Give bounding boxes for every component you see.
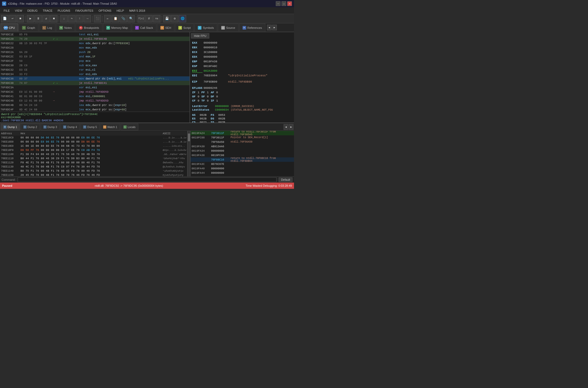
menu-file[interactable]: FILE	[1, 7, 12, 14]
disasm-row[interactable]: 76F8DC28 mov eax,edx	[0, 45, 190, 50]
dump-tab-1[interactable]: D Dump 1	[1, 124, 20, 130]
reg-val-eflags[interactable]: 00000246	[204, 86, 227, 90]
toolbar-run-to[interactable]: →	[84, 15, 91, 22]
flag-pf-val[interactable]: 1	[207, 91, 209, 94]
stack-call-row[interactable]: 76F56A50 ntdll.76F56A50	[191, 140, 294, 144]
toolbar-open[interactable]: ↩	[9, 15, 16, 22]
dump-row[interactable]: 76EE1110 B0 44 F1 76 80 46 30 29 F1 76 D…	[1, 156, 187, 160]
toolbar-mem[interactable]: 💾	[163, 15, 171, 22]
maximize-button[interactable]: □	[282, 1, 286, 6]
dump-scrollbar[interactable]	[187, 131, 190, 176]
toolbar-step-into[interactable]: ↓	[60, 15, 68, 22]
tab-callstack[interactable]: C Call Stack	[132, 24, 156, 31]
command-input[interactable]	[18, 177, 277, 182]
toolbar-ref[interactable]: 📎	[120, 15, 127, 22]
tab-notes[interactable]: N Notes	[56, 24, 75, 31]
stack-call-row[interactable]: 0019FA34 00000000	[191, 149, 294, 153]
toolbar-save[interactable]: ■	[17, 15, 24, 22]
stack-call-row[interactable]: 0019FA30 AB913AA6	[191, 144, 294, 149]
menu-plugins[interactable]: PLUGINS	[55, 7, 73, 14]
toolbar-run[interactable]: ▶	[27, 15, 34, 22]
dump-row[interactable]: 76EE1120 F0 4E F1 76 00 4B F1 76 00 00 0…	[1, 160, 187, 165]
flag-zf-val[interactable]: 1	[198, 91, 199, 94]
reg-val-edx[interactable]: 00000000	[204, 55, 227, 58]
tab-graph[interactable]: G Graph	[19, 24, 38, 31]
tab-nav-left[interactable]: ◀	[267, 25, 272, 30]
dump-tab-4[interactable]: D Dump 4	[60, 124, 80, 130]
toolbar-new[interactable]: 📄	[1, 15, 8, 22]
stack-call-row[interactable]: 0019FA24 76F3011F return to ntdll.76F301…	[191, 131, 294, 135]
disasm-row[interactable]: 76F8DC2C 83 E0 1F and eax,1F	[0, 54, 190, 59]
reg-val-esp[interactable]: 0019FA0C	[204, 65, 227, 68]
tab-script[interactable]: S Script	[175, 24, 194, 31]
toolbar-text[interactable]: Aa	[153, 15, 160, 22]
menu-trace[interactable]: TRACE	[40, 7, 55, 14]
dump-scroll-thumb[interactable]	[188, 133, 190, 141]
stack-call-row[interactable]: 0019FC88 76F3011F Pointer to SEH_Record[…	[191, 135, 294, 140]
dump-nav-right[interactable]: ▶	[289, 124, 293, 130]
menu-debug[interactable]: DEBUG	[25, 7, 40, 14]
toolbar-stop[interactable]: ■	[50, 15, 57, 22]
tab-references[interactable]: R References	[239, 24, 265, 31]
hide-fpu-button[interactable]: Hide FPU	[191, 33, 209, 38]
disasm-row[interactable]: 76F8DC34 33 F2 xor esi,edx	[0, 72, 190, 76]
dump-row[interactable]: 76EE10C0 06 00 08 00 D0 96 EE 76 06 00 0…	[1, 136, 187, 140]
tab-memmap[interactable]: M Memory Map	[103, 24, 131, 31]
flag-sf-val[interactable]: 0	[207, 95, 209, 98]
stack-call-row[interactable]: 0019FA40 00000000	[191, 166, 294, 171]
dump-row[interactable]: 76EE10E0 1C 00 1E 00 80 8D EE 76 08 6B 4…	[1, 144, 187, 148]
dump-tab-3[interactable]: D Dump 3	[41, 124, 60, 130]
tab-log[interactable]: L Log	[39, 24, 55, 31]
toolbar-step-over[interactable]: ↷	[68, 15, 75, 22]
flag-df-val[interactable]: 0	[216, 95, 218, 98]
reg-val-edi[interactable]: 76EE6964	[204, 74, 227, 77]
disasm-row[interactable]: 76F8DC2F 59 pop ecx	[0, 59, 190, 63]
dump-row[interactable]: 76EE10F0 D8 58 FF 76 00 00 00 00 E8 17 E…	[1, 148, 187, 152]
disasm-row[interactable]: 76F8DC30 2B C8 sub ecx,eax	[0, 63, 190, 68]
tab-seh[interactable]: S SEH	[157, 24, 175, 31]
disassembly-scroll[interactable]: 76F8DC1E 85 F6 test esi,esi 76F8DC20 74 …	[0, 32, 190, 112]
flag-if-val[interactable]: 1	[216, 99, 218, 102]
stack-call-row[interactable]: 0019FA3C 0D76C67E	[191, 162, 294, 166]
disasm-row[interactable]: 76F8DC38 74 07 ✓ → je ntdll.76F8DC41	[0, 81, 190, 85]
stack-call-row[interactable]: 0019FA44 00000000	[191, 171, 294, 175]
reg-val-eip[interactable]: 76F8DB90	[204, 80, 227, 83]
disasm-row[interactable]: 76F8DC20 74 29 ✓ → je ntdll.76F8DC4B	[0, 37, 190, 41]
reg-val-ebp[interactable]: 0019FA38	[204, 60, 227, 63]
toolbar-patch[interactable]: 📋	[112, 15, 119, 22]
dump-tab-2[interactable]: D Dump 2	[21, 124, 40, 130]
disasm-row[interactable]: 76F8DC4B 8D 54 24 10 lea edx,dword ptr s…	[0, 103, 190, 107]
disasm-row[interactable]: 76F8DC3C E9 1C 01 00 00 → jmp ntdll.76F8…	[0, 90, 190, 94]
disasm-row[interactable]: 76F8DC1E 85 F6 test esi,esi	[0, 32, 190, 37]
disasm-row[interactable]: 76F8DC41 BE 01 00 00 C0 mov esi,C0000001	[0, 94, 190, 98]
dump-row[interactable]: 76EE1130 40 4C F1 76 00 4B F1 76 C0 97 F…	[1, 165, 187, 169]
toolbar-step-out[interactable]: ↑	[76, 15, 83, 22]
menu-view[interactable]: VIEW	[12, 7, 25, 14]
flag-of-val[interactable]: 0	[198, 95, 199, 98]
menu-options[interactable]: OPTIONS	[96, 7, 114, 14]
disasm-row[interactable]: 76F8DC2A 6A 20 push 20	[0, 50, 190, 54]
toolbar-find[interactable]: 🔍	[127, 15, 135, 22]
toolbar-settings[interactable]: ⚙	[171, 15, 178, 22]
reg-val-ebx[interactable]: 00000010	[204, 46, 227, 49]
dump-tab-5[interactable]: D Dump 5	[80, 124, 100, 130]
close-button[interactable]: ✕	[287, 1, 292, 6]
stack-call-row[interactable]: 76F88C16 return to ntdll.76F88C16 from n…	[191, 157, 294, 162]
disasm-row[interactable]: 76F8DC4F 8D 4C 24 68 lea ecx,dword ptr s…	[0, 107, 190, 112]
toolbar-about[interactable]: 🌐	[179, 15, 186, 22]
flag-cf-val[interactable]: 0	[198, 99, 199, 102]
dump-row[interactable]: 76EE1140 B0 75 F1 76 00 4B F1 76 80 45 F…	[1, 169, 187, 173]
reg-val-ecx[interactable]: 3C1D0000	[204, 51, 227, 54]
menu-help[interactable]: HELP	[114, 7, 127, 14]
dump-row[interactable]: 76EE1150 20 45 FD 76 00 4B F1 76 50 70 7…	[1, 173, 187, 176]
minimize-button[interactable]: ─	[276, 1, 280, 6]
tab-cpu[interactable]: CPU CPU	[1, 24, 18, 31]
tab-breakpoints[interactable]: ● Breakpoints	[76, 24, 102, 31]
tab-nav-right[interactable]: ▶	[272, 25, 277, 30]
disasm-row[interactable]: 76F8DC46 E9 12 01 00 00 → jmp ntdll.76F8…	[0, 98, 190, 103]
toolbar-func[interactable]: f(x)	[138, 15, 145, 22]
command-default-button[interactable]: Default	[279, 177, 292, 182]
toolbar-asm[interactable]: ✏	[104, 15, 111, 22]
flag-tf-val[interactable]: 0	[207, 99, 209, 102]
flag-af-val[interactable]: 0	[216, 91, 218, 94]
